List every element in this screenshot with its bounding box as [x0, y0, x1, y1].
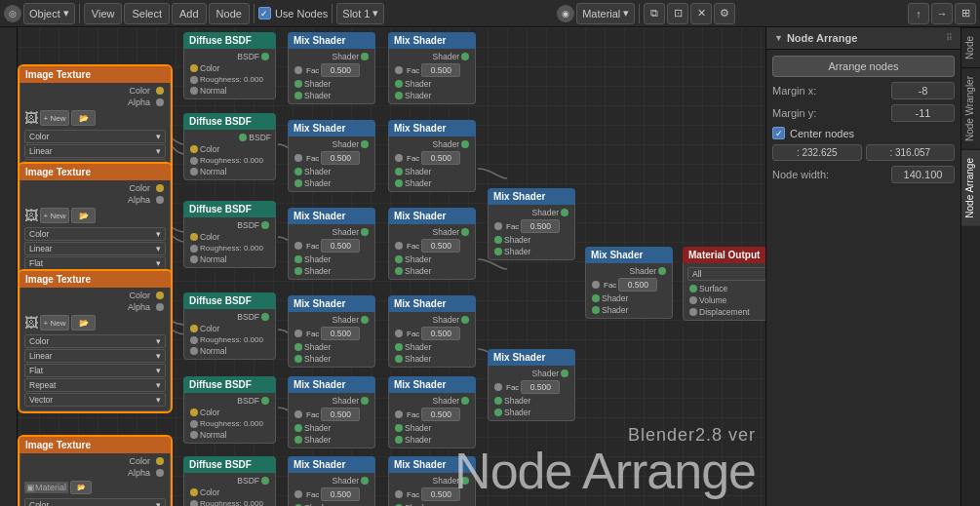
ms1-shader2-in: Shader: [289, 177, 374, 189]
mix-shader-2r[interactable]: Mix Shader Shader Fac 0.500 Shader S: [388, 208, 476, 280]
separator-4: [639, 4, 640, 23]
it1-new-btn[interactable]: + New: [40, 110, 69, 126]
it2-open-btn[interactable]: 📂: [71, 208, 96, 223]
ms2-shader2-in: Shader: [389, 177, 475, 189]
node-width-row: Node width:: [772, 166, 955, 183]
center-nodes-row: ✓ Center nodes: [772, 127, 955, 139]
it1-linear-dropdown[interactable]: Linear ▾: [24, 144, 166, 158]
ms1-shader-out: Shader: [289, 138, 374, 150]
image-texture-node-4[interactable]: Image Texture Color Alpha ▣Material 📂 Co…: [20, 437, 171, 506]
icon-btn-close[interactable]: ✕: [690, 3, 712, 24]
it2-flat-dd[interactable]: Flat ▾: [24, 256, 166, 270]
view-menu[interactable]: View: [84, 3, 123, 24]
mat-out-all-dd[interactable]: All ▾: [687, 267, 765, 281]
mix-shader-3l[interactable]: Mix Shader Shader Fac 0.500 Shader S: [288, 295, 375, 368]
it3-repeat-dd[interactable]: Repeat ▾: [24, 378, 166, 392]
coord-x-field[interactable]: : 232.625: [772, 144, 862, 161]
ms2-s2-in: [395, 179, 403, 187]
it3-color-dd[interactable]: Color ▾: [24, 334, 166, 348]
it1-alpha-socket: [156, 98, 164, 106]
coord-y-field[interactable]: : 316.057: [866, 144, 956, 161]
margin-y-input[interactable]: [891, 104, 955, 122]
it4-color-dd[interactable]: Color ▾: [24, 498, 166, 506]
it3-vector-dd[interactable]: Vector ▾: [24, 393, 166, 407]
diffuse-bsdf-header-top: Diffuse BSDF: [183, 32, 276, 49]
mix-shader-3r[interactable]: Mix Shader Shader Fac 0.500 Shader S: [388, 295, 476, 368]
icon-btn-2[interactable]: ⊡: [667, 3, 688, 24]
mix-shader-center-2[interactable]: Mix Shader Shader Fac 0.500 Shader S: [488, 349, 575, 421]
it1-open-btn[interactable]: 📂: [71, 110, 96, 126]
mix-shader-5l[interactable]: Mix Shader Shader Fac 0.500 Shader S: [288, 456, 375, 506]
object-chevron: ▾: [63, 7, 69, 19]
icon-btn-grid[interactable]: ⊞: [955, 3, 976, 24]
diffuse-bsdf-node-top[interactable]: Diffuse BSDF BSDF Color Roughness: 0.000: [183, 32, 276, 99]
icon-btn-gear[interactable]: ⚙: [714, 3, 735, 24]
material-dropdown[interactable]: Material ▾: [576, 3, 635, 24]
object-dropdown[interactable]: Object ▾: [23, 3, 75, 24]
material-output-node[interactable]: Material Output All ▾ Surface Volume Dis…: [683, 247, 765, 321]
mix-shader-body-1: Shader Fac 0.500 Shader Shader: [288, 136, 375, 192]
image-texture-body-4: Color Alpha ▣Material 📂 Color ▾ Linear ▾: [20, 453, 171, 506]
select-menu[interactable]: Select: [124, 3, 170, 24]
mix-shader-final[interactable]: Mix Shader Shader Fac 0.500 Shader S: [585, 247, 673, 319]
node-canvas[interactable]: Image Texture Color Alpha 🖼 + New 📂 Colo…: [0, 27, 765, 506]
tab-node-wrangler[interactable]: Node Wrangler: [961, 67, 980, 149]
mix-shader-5r[interactable]: Mix Shader Shader Fac 0.500 Shader S: [388, 456, 476, 506]
node-menu[interactable]: Node: [209, 3, 250, 24]
image-texture-node-3[interactable]: Image Texture Color Alpha 🖼 + New 📂 Colo…: [20, 271, 171, 411]
engine-icon[interactable]: ◎: [4, 5, 21, 22]
it2-new-btn[interactable]: + New: [40, 208, 69, 223]
material-output-body: All ▾ Surface Volume Displacement: [683, 263, 765, 321]
ms2-s1-in: [395, 168, 403, 175]
it1-color-dropdown[interactable]: Color ▾: [24, 130, 166, 143]
icon-btn-up[interactable]: ↑: [908, 3, 929, 24]
it1-color-row: Color: [20, 85, 170, 97]
mix-shader-4r[interactable]: Mix Shader Shader Fac 0.500 Shader S: [388, 376, 476, 448]
it2-linear-dd[interactable]: Linear ▾: [24, 242, 166, 255]
margin-x-input[interactable]: [891, 82, 955, 99]
use-nodes-checkbox[interactable]: ✓: [258, 7, 271, 19]
mix-shader-top-2[interactable]: Mix Shader Shader Fac 0.500 Shader S: [388, 32, 476, 104]
mix-shader-center[interactable]: Mix Shader Shader Fac 0.500 Shader S: [488, 188, 575, 260]
node-width-input[interactable]: [891, 166, 955, 183]
main-area: Image Texture Color Alpha 🖼 + New 📂 Colo…: [0, 27, 980, 506]
center-nodes-checkbox[interactable]: ✓: [772, 127, 785, 139]
ms1-fac-row: Fac 0.500: [289, 150, 374, 166]
add-menu[interactable]: Add: [172, 3, 207, 24]
ms2-fac-in: [395, 154, 403, 162]
diffuse-bsdf-node-2[interactable]: Diffuse BSDF BSDF Color Roughness: 0.000…: [183, 201, 276, 268]
mix-shader-node-2[interactable]: Mix Shader Shader Fac 0.500 Shader S: [388, 120, 476, 192]
watermark: Blender2.8 ver Node Arrange: [454, 425, 756, 496]
icon-btn-1[interactable]: ⧉: [644, 3, 665, 24]
mix-shader-top-header-1: Mix Shader: [288, 32, 375, 49]
mix-shader-top-1[interactable]: Mix Shader Shader Fac 0.500 Shader S: [288, 32, 375, 104]
mix-shader-4l[interactable]: Mix Shader Shader Fac 0.500 Shader S: [288, 376, 375, 448]
it3-open-btn[interactable]: 📂: [71, 315, 96, 331]
slot-dropdown[interactable]: Slot 1 ▾: [336, 3, 384, 24]
diffuse-bsdf-node-5[interactable]: Diffuse BSDF BSDF Color Roughness: 0.000…: [183, 456, 276, 506]
tab-node[interactable]: Node: [961, 27, 980, 67]
node-arrange-panel: ▼ Node Arrange ⠿ Arrange nodes Margin x:…: [766, 27, 960, 506]
diffuse-bsdf-node-3[interactable]: Diffuse BSDF BSDF Color Roughness: 0.000…: [183, 292, 276, 360]
mix-shader-2l[interactable]: Mix Shader Shader Fac 0.500 Shader S: [288, 208, 375, 280]
it3-new-btn[interactable]: + New: [40, 315, 69, 331]
it4-open-btn[interactable]: 📂: [70, 481, 92, 494]
panel-drag-handle[interactable]: ⠿: [946, 33, 953, 43]
tab-node-arrange[interactable]: Node Arrange: [961, 149, 980, 226]
it2-color-dd[interactable]: Color ▾: [24, 227, 166, 241]
ms1-s1-in: [294, 168, 302, 175]
it3-flat-dd[interactable]: Flat ▾: [24, 364, 166, 377]
diffuse-bsdf-node-1[interactable]: Diffuse BSDF BSDF Color Roughness: 0.000: [183, 113, 276, 180]
arrange-nodes-button[interactable]: Arrange nodes: [772, 56, 955, 77]
margin-x-label: Margin x:: [772, 85, 886, 97]
material-icon[interactable]: ◉: [557, 5, 574, 22]
it1-controls: 🖼 + New 📂: [20, 108, 170, 128]
diffuse-bsdf-node-4[interactable]: Diffuse BSDF BSDF Color Roughness: 0.000…: [183, 376, 276, 444]
watermark-title: Node Arrange: [454, 446, 756, 496]
it3-linear-dd[interactable]: Linear ▾: [24, 349, 166, 363]
mix-shader-node-1[interactable]: Mix Shader Shader Fac 0.500 Shader S: [288, 120, 375, 192]
icon-btn-right[interactable]: →: [931, 3, 953, 24]
use-nodes-toggle[interactable]: ✓ Use Nodes: [258, 7, 328, 19]
margin-y-label: Margin y:: [772, 107, 886, 119]
margin-x-row: Margin x:: [772, 82, 955, 99]
